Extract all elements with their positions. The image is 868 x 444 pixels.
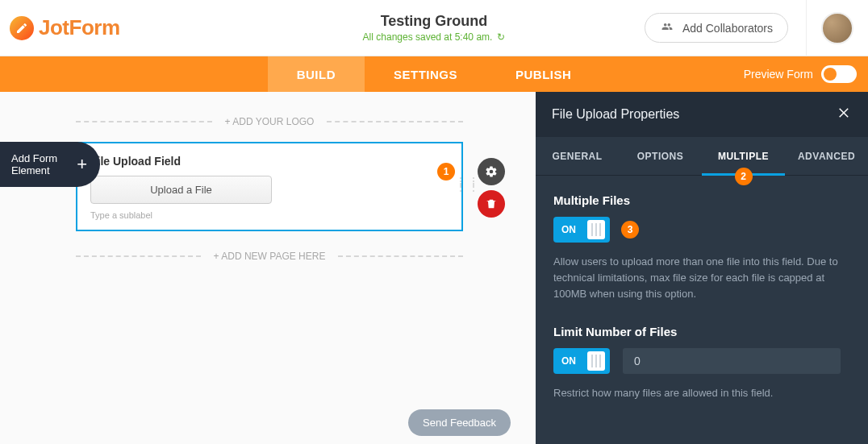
preview-label: Preview Form <box>744 68 813 81</box>
field-delete-button[interactable] <box>478 190 505 218</box>
form-title[interactable]: Testing Ground <box>363 13 506 30</box>
limit-files-input[interactable] <box>623 348 841 374</box>
form-canvas: + ADD YOUR LOGO File Upload Field Upload… <box>76 116 463 276</box>
preview-form-control: Preview Form <box>744 56 857 92</box>
multiple-files-title: Multiple Files <box>553 193 850 207</box>
field-title[interactable]: File Upload Field <box>90 155 449 168</box>
tab-build[interactable]: BUILD <box>268 56 365 92</box>
properties-tabs: GENERAL OPTIONS MULTIPLE ADVANCED 2 <box>536 137 868 176</box>
tab-settings[interactable]: SETTINGS <box>365 56 486 92</box>
limit-files-title: Limit Number of Files <box>553 325 850 338</box>
multiple-files-toggle[interactable]: ON <box>553 217 610 243</box>
prop-tab-advanced[interactable]: ADVANCED <box>785 137 868 175</box>
form-title-block: Testing Ground All changes saved at 5:40… <box>363 13 506 43</box>
autosave-text: All changes saved at 5:40 am. <box>363 31 493 43</box>
limit-files-desc: Restrict how many files are allowed in t… <box>553 385 844 401</box>
tab-publish[interactable]: PUBLISH <box>486 56 600 92</box>
preview-toggle[interactable] <box>821 65 857 83</box>
brand-text: JotForm <box>39 15 120 40</box>
file-upload-field[interactable]: File Upload Field Upload a File Type a s… <box>76 142 463 231</box>
plus-icon: + <box>77 154 87 175</box>
close-icon <box>837 106 852 120</box>
add-page-button[interactable]: + ADD NEW PAGE HERE <box>209 251 331 262</box>
add-form-element-button[interactable]: Add Form Element + <box>0 142 100 187</box>
user-avatar[interactable] <box>821 12 853 44</box>
toggle-on-label: ON <box>561 355 576 367</box>
prop-tab-general[interactable]: GENERAL <box>536 137 619 175</box>
workspace: Add Form Element + + ADD YOUR LOGO File … <box>0 92 868 444</box>
toggle-knob-icon <box>587 351 605 371</box>
toggle-on-label: ON <box>561 224 576 235</box>
toggle-knob-icon <box>587 220 605 239</box>
add-logo-row: + ADD YOUR LOGO <box>76 116 463 127</box>
properties-body: Multiple Files ON 3 Allow users to uploa… <box>536 176 868 402</box>
properties-panel: File Upload Properties GENERAL OPTIONS M… <box>536 92 868 444</box>
field-settings-button[interactable] <box>478 158 505 185</box>
annotation-2: 2 <box>735 168 753 185</box>
add-logo-button[interactable]: + ADD YOUR LOGO <box>220 116 319 127</box>
pencil-icon <box>10 16 34 40</box>
add-page-row: + ADD NEW PAGE HERE <box>76 251 463 262</box>
autosave-status: All changes saved at 5:40 am. ↻ <box>363 31 506 43</box>
gear-icon <box>485 165 498 178</box>
top-header: JotForm Testing Ground All changes saved… <box>0 0 868 56</box>
header-right: Add Collaborators <box>645 12 853 44</box>
properties-header: File Upload Properties <box>536 92 868 137</box>
brand-logo[interactable]: JotForm <box>10 15 120 40</box>
prop-tab-options[interactable]: OPTIONS <box>619 137 702 175</box>
drag-handle-icon[interactable]: ⋮⋮⋮⋮ <box>455 179 481 190</box>
people-icon <box>660 21 674 35</box>
trash-icon <box>485 197 498 210</box>
limit-files-toggle[interactable]: ON <box>553 348 610 374</box>
properties-title: File Upload Properties <box>552 107 679 122</box>
upload-file-button[interactable]: Upload a File <box>90 176 272 204</box>
add-element-text: Add Form Element <box>11 152 57 176</box>
close-panel-button[interactable] <box>837 106 852 123</box>
main-tab-bar: BUILD SETTINGS PUBLISH Preview Form <box>0 56 868 92</box>
annotation-1: 1 <box>437 163 455 181</box>
multiple-files-desc: Allow users to upload more than one file… <box>553 254 844 302</box>
send-feedback-button[interactable]: Send Feedback <box>408 409 511 436</box>
sublabel-placeholder[interactable]: Type a sublabel <box>90 210 449 220</box>
collab-label: Add Collaborators <box>682 22 773 35</box>
add-collaborators-button[interactable]: Add Collaborators <box>645 13 788 43</box>
annotation-3: 3 <box>621 221 639 239</box>
refresh-icon[interactable]: ↻ <box>497 31 505 43</box>
header-divider <box>806 0 807 56</box>
